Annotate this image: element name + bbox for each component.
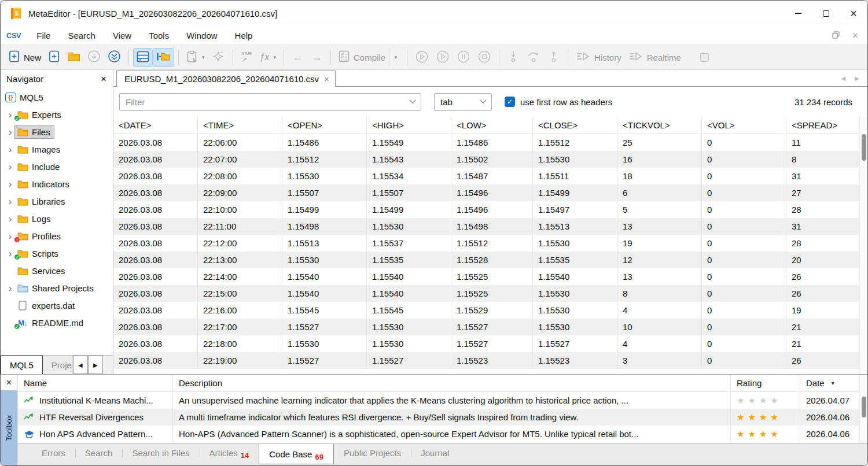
table-row[interactable]: 2026.03.0822:08:001.155301.155341.154871… xyxy=(113,168,859,184)
table-row[interactable]: 2026.03.0822:11:001.154981.155301.154981… xyxy=(113,218,859,235)
tab-scroll-right-icon[interactable]: ▶ xyxy=(855,75,859,82)
navigator-item-logs[interactable]: ›Logs xyxy=(1,210,113,227)
codebase-row[interactable]: HTF Reversal DivergencesA multi timefram… xyxy=(18,409,859,426)
menu-item-search[interactable]: Search xyxy=(59,31,104,40)
star-icon[interactable]: ★ xyxy=(759,412,770,423)
column-header-time[interactable]: <TIME> xyxy=(198,117,282,134)
toggle-navigator-button[interactable] xyxy=(133,48,153,67)
realtime-button[interactable]: Realtime xyxy=(625,48,685,67)
open-button[interactable] xyxy=(64,48,84,67)
codebase-column-date[interactable]: Date▼ xyxy=(800,375,859,391)
star-icon[interactable]: ★ xyxy=(759,395,770,406)
column-header-low[interactable]: <LOW> xyxy=(451,117,533,134)
tab-scroll-left-icon[interactable]: ◀ xyxy=(841,75,846,82)
chevron-expand-icon[interactable]: › xyxy=(6,214,14,224)
codebase-row[interactable]: Institutional K-Means Machi...An unsuper… xyxy=(18,392,859,409)
table-row[interactable]: 2026.03.0822:10:001.154991.154991.154961… xyxy=(113,201,859,218)
column-header-high[interactable]: <HIGH> xyxy=(367,117,451,134)
table-row[interactable]: 2026.03.0822:18:001.155301.155301.155271… xyxy=(113,335,859,352)
compile-dropdown-button[interactable]: ▾ xyxy=(389,48,403,67)
tab-search[interactable]: Search xyxy=(75,444,123,462)
chevron-expand-icon[interactable]: › xyxy=(6,197,14,206)
variables-button[interactable]: VAR↗ xyxy=(237,48,256,67)
chevron-expand-icon[interactable]: › xyxy=(6,283,14,293)
codebase-column-description[interactable]: Description xyxy=(173,375,731,391)
navigator-item-experts[interactable]: ›✓Experts xyxy=(1,106,113,123)
menu-item-view[interactable]: View xyxy=(104,31,140,40)
tab-journal[interactable]: Journal xyxy=(411,444,459,462)
menu-item-window[interactable]: Window xyxy=(178,31,226,40)
navigator-item-experts-dat[interactable]: experts.dat xyxy=(1,297,113,314)
tab-public-projects[interactable]: Public Projects xyxy=(334,444,411,462)
new-button[interactable]: New xyxy=(5,48,45,67)
column-header-close[interactable]: <CLOSE> xyxy=(533,117,617,134)
chevron-expand-icon[interactable]: › xyxy=(6,179,14,189)
star-icon[interactable]: ★ xyxy=(759,429,770,439)
codebase-scrollbar-thumb[interactable] xyxy=(862,397,866,417)
codebase-column-rating[interactable]: Rating xyxy=(731,375,800,391)
tab-errors[interactable]: Errors xyxy=(32,444,75,462)
maximize-button[interactable] xyxy=(812,1,840,26)
step-over-button[interactable] xyxy=(523,48,544,67)
navigator-item-profiles[interactable]: ›!Profiles xyxy=(1,227,113,245)
navigator-item-files[interactable]: ›Files xyxy=(1,123,113,140)
tab-articles[interactable]: Articles14 xyxy=(200,444,259,462)
codebase-scrollbar[interactable] xyxy=(859,375,867,443)
star-icon[interactable]: ★ xyxy=(770,395,781,406)
column-header-vol[interactable]: <VOL> xyxy=(702,117,786,134)
table-row[interactable]: 2026.03.0822:09:001.155071.155071.154961… xyxy=(113,184,859,201)
navigator-item-shared-projects[interactable]: ›Shared Projects xyxy=(1,279,113,297)
table-row[interactable]: 2026.03.0822:17:001.155271.155301.155271… xyxy=(113,319,859,335)
mdi-restore-button[interactable] xyxy=(832,31,840,40)
navigator-close-button[interactable]: × xyxy=(101,74,106,84)
navigator-tab-projects[interactable]: Proje xyxy=(43,356,73,374)
table-row[interactable]: 2026.03.0822:15:001.155401.155401.155251… xyxy=(113,285,859,302)
tab-search-in-files[interactable]: Search in Files xyxy=(122,444,199,462)
table-row[interactable]: 2026.03.0822:16:001.155451.155451.155291… xyxy=(113,302,859,319)
column-header-tickvol[interactable]: <TICKVOL> xyxy=(617,117,702,134)
navigator-item-indicators[interactable]: ›Indicators xyxy=(1,175,113,193)
close-button[interactable]: × xyxy=(840,1,867,26)
menu-item-tools[interactable]: Tools xyxy=(140,31,178,40)
navigate-back-button[interactable]: ← xyxy=(288,48,307,67)
table-row[interactable]: 2026.03.0822:19:001.155271.155271.155231… xyxy=(113,352,859,369)
step-out-button[interactable] xyxy=(544,48,564,67)
chevron-expand-icon[interactable]: › xyxy=(6,145,14,154)
compile-button[interactable]: Compile xyxy=(335,48,389,67)
navigator-item-services[interactable]: Services xyxy=(1,262,113,279)
chevron-expand-icon[interactable]: › xyxy=(6,249,14,258)
pause-debug-button[interactable] xyxy=(453,48,474,67)
navigator-item-readme-md[interactable]: M↓✓README.md xyxy=(1,314,113,331)
toolbox-close-button[interactable]: × xyxy=(1,375,17,390)
toolbox-side-strip[interactable]: Toolbox xyxy=(1,390,17,465)
mdi-close-button[interactable]: × xyxy=(852,31,858,40)
menu-item-help[interactable]: Help xyxy=(226,31,262,40)
navigator-item-include[interactable]: ›Include xyxy=(1,158,113,175)
navigator-item-scripts[interactable]: ›✓Scripts xyxy=(1,245,113,262)
star-icon[interactable]: ★ xyxy=(737,412,748,423)
star-icon[interactable]: ★ xyxy=(737,429,748,439)
toggle-toolbox-button[interactable] xyxy=(153,48,174,67)
navigator-root[interactable]: {}MQL5 xyxy=(1,88,113,106)
grid-scrollbar-thumb[interactable] xyxy=(862,134,866,161)
minimize-button[interactable] xyxy=(784,1,812,26)
star-icon[interactable]: ★ xyxy=(748,412,759,423)
new-file-button[interactable] xyxy=(45,48,64,67)
navigator-item-images[interactable]: ›Images xyxy=(1,140,113,158)
document-tab-close-icon[interactable]: × xyxy=(324,75,329,83)
fx-dropdown-icon[interactable]: ▾ xyxy=(273,54,276,60)
table-row[interactable]: 2026.03.0822:06:001.154861.155491.154861… xyxy=(113,134,859,151)
star-icon[interactable]: ★ xyxy=(770,429,781,439)
save-button[interactable] xyxy=(84,48,104,67)
navigator-item-libraries[interactable]: ›Libraries xyxy=(1,193,113,210)
navigator-tab-prev-button[interactable]: ◀ xyxy=(73,356,88,374)
star-icon[interactable]: ★ xyxy=(737,395,748,406)
continue-debug-button[interactable] xyxy=(432,48,453,67)
chevron-expand-icon[interactable]: › xyxy=(6,127,14,137)
paste-dropdown-icon[interactable]: ▾ xyxy=(202,54,205,60)
star-icon[interactable]: ★ xyxy=(748,429,759,439)
paste-button[interactable]: ▾ xyxy=(183,48,208,67)
column-header-spread[interactable]: <SPREAD> xyxy=(786,117,859,134)
chevron-expand-icon[interactable]: › xyxy=(6,231,14,241)
codebase-column-name[interactable]: Name xyxy=(18,375,173,391)
